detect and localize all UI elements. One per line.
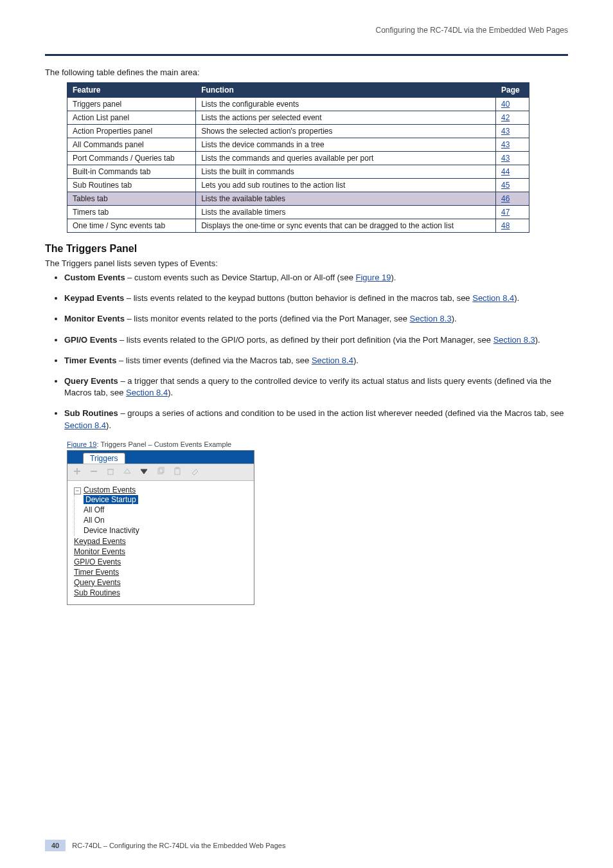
tree-item-device-startup[interactable]: Device Startup bbox=[84, 495, 138, 504]
cell-page: 44 bbox=[495, 165, 529, 179]
cell-function: Lists the commands and queries available… bbox=[196, 152, 496, 165]
collapse-icon[interactable]: − bbox=[74, 487, 81, 494]
cell-function: Lists the configurable events bbox=[196, 98, 496, 111]
table-row: Triggers panelLists the configurable eve… bbox=[67, 98, 529, 111]
page-header: Configuring the RC-74DL via the Embedded… bbox=[45, 26, 568, 35]
cell-page: 47 bbox=[495, 206, 529, 219]
tree-item-all-on[interactable]: All On bbox=[84, 516, 105, 525]
clipboard-icon[interactable] bbox=[173, 467, 182, 478]
list-item: Sub Routines – groups a series of action… bbox=[64, 408, 568, 431]
tab-triggers[interactable]: Triggers bbox=[83, 453, 125, 464]
page-link[interactable]: 46 bbox=[501, 194, 510, 203]
page-link[interactable]: 43 bbox=[501, 140, 510, 149]
trigger-name: Custom Events bbox=[64, 273, 127, 282]
cell-feature: Sub Routines tab bbox=[67, 179, 196, 192]
th-function: Function bbox=[196, 83, 496, 98]
page-link[interactable]: 44 bbox=[501, 167, 510, 176]
list-item: Custom Events – custom events such as De… bbox=[64, 272, 568, 284]
tree-timer-events[interactable]: Timer Events bbox=[74, 568, 119, 577]
cell-function: Lists the available timers bbox=[196, 206, 496, 219]
tree-item-device-inactivity[interactable]: Device Inactivity bbox=[84, 526, 139, 535]
page-link[interactable]: 43 bbox=[501, 127, 510, 136]
cell-feature: Timers tab bbox=[67, 206, 196, 219]
table-row: One time / Sync events tabDisplays the o… bbox=[67, 219, 529, 233]
page-footer: 40 RC-74DL – Configuring the RC-74DL via… bbox=[45, 840, 568, 851]
list-item: GPI/O Events – lists events related to t… bbox=[64, 334, 568, 346]
trash-icon[interactable] bbox=[106, 467, 115, 478]
xref-link[interactable]: Section 8.4 bbox=[472, 293, 514, 303]
svg-marker-6 bbox=[141, 469, 147, 474]
down-icon[interactable] bbox=[139, 467, 148, 478]
page-link[interactable]: 48 bbox=[501, 221, 510, 230]
trigger-name: GPI/O Events bbox=[64, 335, 120, 345]
table-row: Tables tabLists the available tables46 bbox=[67, 192, 529, 206]
svg-rect-3 bbox=[108, 469, 113, 475]
triggers-list: Custom Events – custom events such as De… bbox=[64, 272, 568, 431]
th-page: Page bbox=[495, 83, 529, 98]
xref-link[interactable]: Section 8.4 bbox=[64, 420, 106, 430]
cell-feature: Built-in Commands tab bbox=[67, 165, 196, 179]
table-row: Action Properties panelShows the selecte… bbox=[67, 125, 529, 138]
tree-monitor-events[interactable]: Monitor Events bbox=[74, 547, 125, 556]
triggers-panel-screenshot: Triggers −Custom Events Device Startup A… bbox=[67, 450, 254, 605]
table-row: Built-in Commands tabLists the built in … bbox=[67, 165, 529, 179]
page-link[interactable]: 47 bbox=[501, 208, 510, 217]
list-item: Keypad Events – lists events related to … bbox=[64, 293, 568, 304]
up-icon[interactable] bbox=[123, 467, 132, 478]
triggers-tree: −Custom Events Device Startup All Off Al… bbox=[67, 481, 254, 604]
table-row: Action List panelLists the actions per s… bbox=[67, 111, 529, 125]
trigger-name: Monitor Events bbox=[64, 314, 127, 323]
cell-function: Lists the available tables bbox=[196, 192, 496, 206]
cell-function: Lists the actions per selected event bbox=[196, 111, 496, 125]
th-feature: Feature bbox=[67, 83, 196, 98]
cell-page: 43 bbox=[495, 125, 529, 138]
table-row: Sub Routines tabLets you add sub routine… bbox=[67, 179, 529, 192]
tree-sub-routines[interactable]: Sub Routines bbox=[74, 588, 120, 597]
page-link[interactable]: 42 bbox=[501, 113, 510, 122]
erase-icon[interactable] bbox=[190, 467, 199, 478]
tree-keypad-events[interactable]: Keypad Events bbox=[74, 537, 126, 546]
tree-query-events[interactable]: Query Events bbox=[74, 578, 121, 587]
cell-feature: Port Commands / Queries tab bbox=[67, 152, 196, 165]
list-item: Timer Events – lists timer events (defin… bbox=[64, 355, 568, 366]
cell-function: Lists the device commands in a tree bbox=[196, 138, 496, 152]
table-row: Timers tabLists the available timers47 bbox=[67, 206, 529, 219]
footer-doc-title: RC-74DL – Configuring the RC-74DL via th… bbox=[72, 842, 285, 849]
footer-page-number: 40 bbox=[45, 840, 66, 851]
list-item: Monitor Events – lists monitor events re… bbox=[64, 313, 568, 325]
cell-feature: Triggers panel bbox=[67, 98, 196, 111]
page-link[interactable]: 45 bbox=[501, 181, 510, 190]
page-link[interactable]: 40 bbox=[501, 100, 510, 109]
xref-link[interactable]: Figure 19 bbox=[356, 273, 391, 282]
tree-item-all-off[interactable]: All Off bbox=[84, 505, 104, 514]
cell-function: Lets you add sub routines to the action … bbox=[196, 179, 496, 192]
xref-link[interactable]: Section 8.3 bbox=[493, 335, 535, 345]
plus-icon[interactable] bbox=[73, 467, 82, 478]
cell-page: 45 bbox=[495, 179, 529, 192]
cell-page: 42 bbox=[495, 111, 529, 125]
cell-page: 43 bbox=[495, 138, 529, 152]
page-link[interactable]: 43 bbox=[501, 154, 510, 163]
cell-feature: Action Properties panel bbox=[67, 125, 196, 138]
table-row: All Commands panelLists the device comma… bbox=[67, 138, 529, 152]
xref-link[interactable]: Section 8.3 bbox=[410, 314, 452, 323]
list-item: Query Events – a trigger that sends a qu… bbox=[64, 375, 568, 399]
xref-link[interactable]: Section 8.4 bbox=[312, 356, 353, 365]
table-row: Port Commands / Queries tabLists the com… bbox=[67, 152, 529, 165]
copy-icon[interactable] bbox=[156, 467, 165, 478]
xref-link[interactable]: Section 8.4 bbox=[126, 388, 168, 397]
cell-feature: One time / Sync events tab bbox=[67, 219, 196, 233]
section-title: The Triggers Panel bbox=[45, 243, 568, 255]
cell-page: 48 bbox=[495, 219, 529, 233]
header-rule bbox=[45, 54, 568, 56]
cell-function: Lists the built in commands bbox=[196, 165, 496, 179]
cell-page: 43 bbox=[495, 152, 529, 165]
cell-feature: Tables tab bbox=[67, 192, 196, 206]
figure-caption-link[interactable]: Figure 19 bbox=[67, 440, 96, 448]
svg-marker-11 bbox=[192, 469, 198, 475]
tree-custom-events[interactable]: Custom Events bbox=[84, 485, 136, 494]
tree-gpio-events[interactable]: GPI/O Events bbox=[74, 557, 121, 566]
tabbar: Triggers bbox=[67, 451, 254, 464]
minus-icon[interactable] bbox=[89, 467, 98, 478]
intro-text: The following table defines the main are… bbox=[45, 68, 568, 77]
